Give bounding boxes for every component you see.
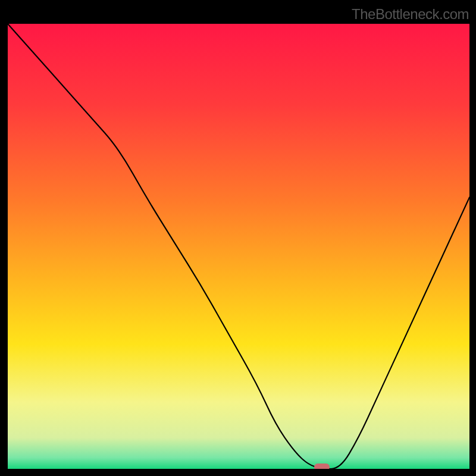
plot-area xyxy=(8,24,469,469)
chart-container: TheBottleneck.com xyxy=(0,0,476,476)
optimal-marker xyxy=(314,464,330,469)
watermark-text: TheBottleneck.com xyxy=(352,6,469,23)
bottleneck-curve xyxy=(8,24,469,469)
